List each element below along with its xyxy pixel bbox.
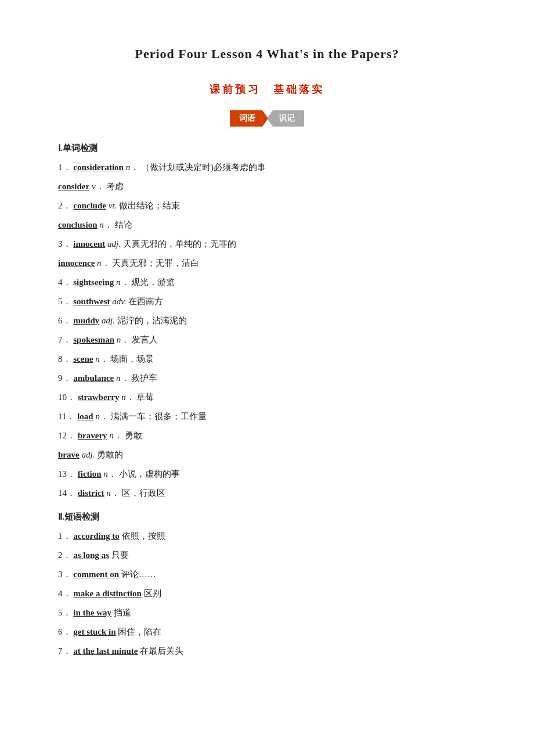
def-14: 区，行政区	[122, 488, 165, 498]
word-6: muddy	[73, 316, 99, 325]
section-header: 课前预习 基础落实	[58, 82, 476, 96]
word-10: strawberry	[78, 393, 120, 402]
phrase-section-title: Ⅱ.短语检测	[58, 512, 476, 523]
phrase-num: 2．	[58, 550, 71, 560]
pos-9: n．	[116, 373, 129, 383]
pos-4: n．	[116, 278, 129, 287]
sub-def-1: 考虑	[106, 182, 124, 191]
phrase-num: 5．	[58, 608, 71, 617]
pos-6: adj.	[102, 316, 115, 325]
sub-def-2: 结论	[115, 220, 132, 229]
pos-14: n．	[106, 488, 120, 498]
phrase-num: 6．	[58, 627, 71, 636]
vocab-sub-3: innocence n． 天真无邪；无罪，清白	[58, 255, 476, 271]
word-14: district	[78, 488, 104, 498]
item-num: 9．	[58, 373, 71, 383]
def-9: 救护车	[131, 373, 157, 383]
def-1: （做计划或决定时)必须考虑的事	[141, 163, 266, 172]
word-7: spokesman	[73, 335, 114, 344]
vocab-section-title: Ⅰ.单词检测	[58, 143, 476, 154]
pos-7: n．	[117, 335, 130, 344]
item-num: 11．	[58, 412, 75, 421]
vocab-item-6: 6． muddy adj. 泥泞的，沾满泥的	[58, 313, 476, 329]
phrase-item-3: 3． comment on 评论……	[58, 567, 476, 582]
def-11: 满满一车；很多；工作量	[111, 412, 207, 421]
sub-pos-12: adj.	[81, 450, 95, 459]
vocab-item-5: 5． southwest adv. 在西南方	[58, 294, 476, 309]
pos-13: n．	[103, 469, 117, 478]
sub-word-3: innocence	[58, 258, 95, 268]
phrase-def-2: 只要	[111, 550, 129, 560]
item-num: 3．	[58, 239, 71, 249]
pos-3: adj.	[107, 239, 121, 249]
pos-2: vt.	[109, 201, 117, 210]
phrase-item-5: 5． in the way 挡道	[58, 605, 476, 621]
phrase-def-3: 评论……	[121, 570, 156, 579]
page-title: Period Four Lesson 4 What's in the Paper…	[58, 46, 476, 62]
vocab-item-1: 1． consideration n． （做计划或决定时)必须考虑的事	[58, 160, 476, 175]
word-2: conclude	[73, 201, 106, 210]
item-num: 2．	[58, 201, 71, 210]
vocab-badge-container: 词语 识记	[58, 110, 476, 127]
vocab-item-14: 14． district n． 区，行政区	[58, 485, 476, 501]
vocab-item-4: 4． sightseeing n． 观光，游览	[58, 275, 476, 290]
phrase-num: 1．	[58, 531, 71, 541]
def-6: 泥泞的，沾满泥的	[117, 316, 187, 325]
vocab-sub-2: conclusion n． 结论	[58, 217, 476, 233]
word-5: southwest	[73, 297, 110, 306]
item-num: 8．	[58, 354, 71, 363]
word-8: scene	[73, 354, 93, 363]
phrase-item-2: 2． as long as 只要	[58, 548, 476, 563]
phrase-7: at the last minute	[73, 646, 138, 656]
word-13: fiction	[78, 469, 102, 478]
item-num: 10．	[58, 393, 75, 402]
pos-8: n．	[95, 354, 109, 363]
word-4: sightseeing	[73, 278, 114, 287]
vocab-item-7: 7． spokesman n． 发言人	[58, 332, 476, 348]
def-5: 在西南方	[128, 297, 163, 306]
item-num: 7．	[58, 335, 71, 344]
phrase-item-4: 4． make a distinction 区别	[58, 586, 476, 602]
item-num: 5．	[58, 297, 71, 306]
item-num: 1．	[58, 163, 71, 172]
phrase-item-1: 1． according to 依照，按照	[58, 528, 476, 544]
phrase-6: get stuck in	[73, 627, 116, 636]
vocab-item-2: 2． conclude vt. 做出结论；结束	[58, 198, 476, 214]
def-8: 场面，场景	[110, 354, 154, 363]
word-11: load	[77, 412, 93, 421]
phrase-num: 7．	[58, 646, 71, 656]
phrase-5: in the way	[73, 608, 111, 617]
pos-10: n．	[121, 393, 135, 402]
sub-pos-1: v．	[92, 182, 104, 191]
sub-word-12: brave	[58, 450, 80, 459]
pos-1: n．	[126, 163, 139, 172]
item-num: 12．	[58, 431, 75, 440]
word-3: innocent	[73, 239, 105, 249]
section-header-text: 课前预习 基础落实	[210, 84, 324, 95]
vocab-sub-1: consider v． 考虑	[58, 179, 476, 195]
vocab-item-12: 12． bravery n． 勇敢	[58, 428, 476, 444]
phrase-def-1: 依照，按照	[122, 531, 165, 541]
sub-word-1: consider	[58, 182, 89, 191]
item-num: 13．	[58, 469, 75, 478]
sub-word-2: conclusion	[58, 220, 98, 229]
def-4: 观光，游览	[131, 278, 175, 287]
sub-def-3: 天真无邪；无罪，清白	[112, 258, 199, 268]
vocab-item-3: 3． innocent adj. 天真无邪的，单纯的；无罪的	[58, 236, 476, 252]
phrase-item-7: 7． at the last minute 在最后关头	[58, 643, 476, 659]
pos-12: n．	[109, 431, 122, 440]
def-3: 天真无邪的，单纯的；无罪的	[123, 239, 236, 249]
item-num: 6．	[58, 316, 71, 325]
badge-part2: 识记	[267, 110, 304, 127]
vocab-sub-12: brave adj. 勇敢的	[58, 447, 476, 463]
def-10: 草莓	[136, 393, 154, 402]
sub-pos-3: n．	[97, 258, 110, 268]
sub-pos-2: n．	[99, 220, 113, 229]
phrase-2: as long as	[73, 550, 109, 560]
vocab-section: Ⅰ.单词检测 1． consideration n． （做计划或决定时)必须考虑…	[58, 143, 476, 501]
vocab-badge-inner: 词语 识记	[230, 110, 304, 127]
def-7: 发言人	[132, 335, 158, 344]
phrase-num: 3．	[58, 570, 71, 579]
def-12: 勇敢	[125, 431, 142, 440]
word-12: bravery	[78, 431, 107, 440]
